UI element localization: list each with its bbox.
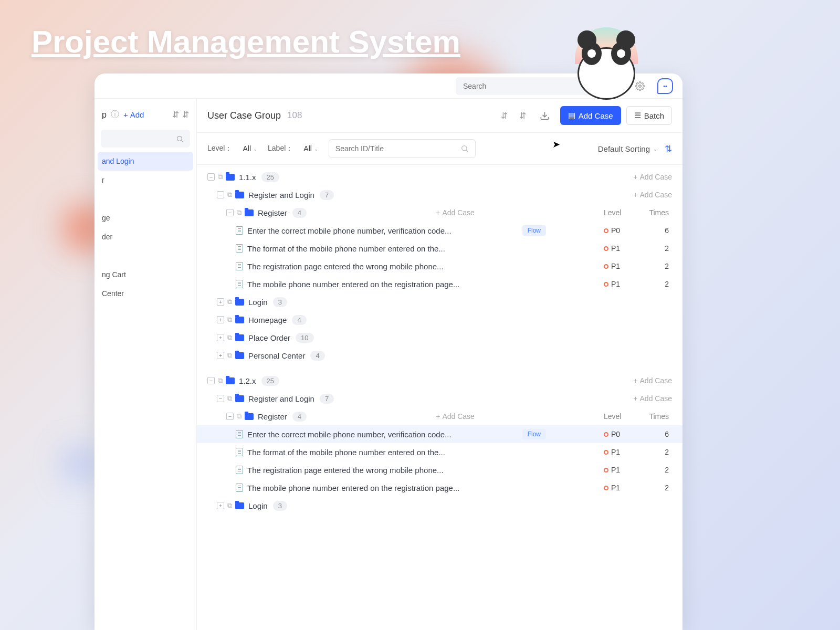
collapse-toggle[interactable]: −: [226, 413, 234, 420]
add-case-link[interactable]: +Add Case: [633, 191, 672, 199]
tree-row[interactable]: The mobile phone number entered on the r…: [197, 275, 682, 293]
sidebar-item[interactable]: r: [94, 171, 196, 190]
times-header: Times: [640, 412, 672, 421]
expand-toggle[interactable]: +: [217, 334, 224, 341]
case-title: The registration page entered the wrong …: [247, 466, 444, 475]
tree-row[interactable]: Enter the correct mobile phone number, v…: [197, 222, 682, 239]
tree-row[interactable]: +⧉Homepage4: [197, 311, 682, 329]
sidebar-search[interactable]: [101, 130, 190, 148]
svg-point-6: [462, 146, 467, 151]
priority-level: P1: [604, 280, 640, 288]
priority-level: P0: [604, 430, 640, 438]
label-filter-dropdown[interactable]: All⌄: [303, 144, 318, 153]
level-filter-label: Level：: [207, 144, 232, 153]
times-value: 2: [640, 466, 672, 474]
add-case-link[interactable]: +Add Case: [633, 394, 672, 403]
tree-row[interactable]: The mobile phone number entered on the r…: [197, 479, 682, 497]
count-pill: 3: [273, 501, 287, 511]
expand-all-icon[interactable]: ⇵: [516, 108, 529, 124]
folder-name: Login: [248, 298, 268, 307]
doc-icon: [236, 448, 243, 456]
expand-toggle[interactable]: +: [217, 502, 224, 509]
times-value: 2: [640, 448, 672, 456]
collapse-icon[interactable]: ⇵: [172, 110, 179, 120]
case-title: The format of the mobile phone number en…: [247, 244, 445, 253]
download-icon[interactable]: [534, 111, 555, 121]
priority-level: P1: [604, 466, 640, 474]
add-case-link[interactable]: +Add Case: [633, 173, 672, 181]
tree-row[interactable]: The format of the mobile phone number en…: [197, 239, 682, 257]
sidebar-item[interactable]: and Login: [98, 152, 193, 171]
add-case-link[interactable]: +Add Case: [436, 412, 475, 421]
link-icon: ⧉: [218, 376, 223, 385]
help-icon[interactable]: ⓘ: [111, 109, 119, 120]
sidebar-item[interactable]: ng Cart: [94, 265, 196, 284]
folder-icon: [245, 413, 254, 420]
tree-row[interactable]: The registration page entered the wrong …: [197, 257, 682, 275]
add-group-button[interactable]: +Add: [123, 110, 144, 119]
count-pill: 7: [320, 394, 334, 404]
doc-icon: [236, 226, 243, 235]
tree-row[interactable]: −⧉Register and Login7+Add Case: [197, 186, 682, 204]
collapse-toggle[interactable]: −: [217, 191, 224, 198]
tree-row[interactable]: −⧉Register4+Add CaseLevelTimes: [197, 204, 682, 222]
sidebar-item[interactable]: [94, 246, 196, 265]
chevron-down-icon: ⌄: [314, 146, 318, 152]
tree-row[interactable]: −⧉1.1.x25+Add Case: [197, 168, 682, 186]
collapse-toggle[interactable]: −: [226, 209, 234, 216]
add-case-button[interactable]: ▤ Add Case: [560, 106, 621, 125]
expand-icon[interactable]: ⇵: [182, 110, 189, 120]
sidebar-item[interactable]: der: [94, 227, 196, 246]
sidebar-item[interactable]: Center: [94, 284, 196, 303]
tree-row[interactable]: −⧉Register and Login7+Add Case: [197, 390, 682, 407]
sidebar-item[interactable]: [94, 190, 196, 208]
folder-icon: [235, 334, 244, 341]
tree-row[interactable]: +⧉Personal Center4: [197, 346, 682, 364]
expand-toggle[interactable]: +: [217, 298, 224, 306]
expand-toggle[interactable]: +: [217, 352, 224, 359]
tree-row[interactable]: The format of the mobile phone number en…: [197, 443, 682, 461]
case-title: The format of the mobile phone number en…: [247, 448, 445, 457]
times-value: 6: [640, 226, 672, 235]
tree-row[interactable]: +⧉Place Order10: [197, 329, 682, 346]
folder-name: Register and Login: [248, 191, 314, 200]
sidebar-item[interactable]: ge: [94, 208, 196, 227]
collapse-all-icon[interactable]: ⇵: [498, 108, 511, 124]
count-pill: 7: [320, 190, 334, 200]
collapse-toggle[interactable]: −: [217, 395, 224, 402]
times-value: 2: [640, 484, 672, 492]
count-pill: 25: [261, 376, 279, 386]
batch-button[interactable]: ☰ Batch: [626, 106, 672, 125]
times-value: 2: [640, 262, 672, 270]
add-case-link[interactable]: +Add Case: [436, 208, 475, 217]
case-tree: −⧉1.1.x25+Add Case−⧉Register and Login7+…: [197, 165, 682, 518]
mascot-panda: [567, 21, 646, 100]
sort-icon[interactable]: ⇅: [665, 143, 672, 154]
collapse-toggle[interactable]: −: [207, 377, 215, 384]
collapse-toggle[interactable]: −: [207, 173, 215, 181]
tree-row[interactable]: The registration page entered the wrong …: [197, 461, 682, 479]
chat-icon[interactable]: ••: [657, 78, 673, 94]
cursor-arrow-icon: ➤: [552, 139, 560, 150]
page-title: Project Management System: [32, 24, 460, 60]
count-pill: 4: [292, 315, 306, 325]
add-case-link[interactable]: +Add Case: [633, 376, 672, 385]
search-id-input[interactable]: [329, 139, 476, 158]
folder-icon: [226, 377, 235, 384]
expand-toggle[interactable]: +: [217, 316, 224, 323]
doc-icon: [236, 262, 243, 270]
level-filter-dropdown[interactable]: All⌄: [243, 144, 257, 153]
folder-icon: [235, 352, 244, 359]
tree-row[interactable]: +⧉Login3: [197, 293, 682, 311]
folder-icon: [226, 174, 235, 181]
tree-row[interactable]: Enter the correct mobile phone number, v…: [197, 425, 682, 443]
tree-row[interactable]: −⧉Register4+Add CaseLevelTimes: [197, 407, 682, 425]
sort-dropdown[interactable]: Default Sorting⌄ ⇅: [598, 143, 672, 154]
search-icon: [176, 135, 184, 143]
global-search-input[interactable]: [463, 82, 582, 90]
count-pill: 10: [296, 333, 313, 343]
folder-name: Homepage: [248, 316, 287, 324]
tree-row[interactable]: −⧉1.2.x25+Add Case: [197, 372, 682, 390]
folder-name: Login: [248, 501, 268, 510]
tree-row[interactable]: +⧉Login3: [197, 497, 682, 514]
